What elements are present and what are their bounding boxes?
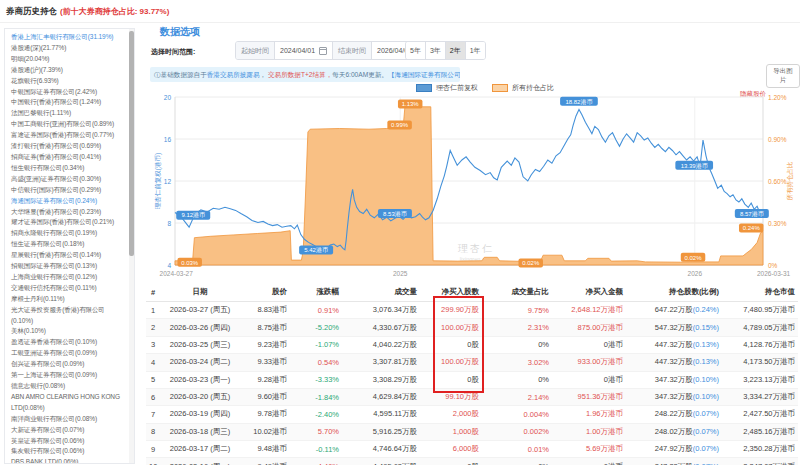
svg-text:0.02%: 0.02%	[522, 260, 540, 266]
svg-text:2026-03-31: 2026-03-31	[757, 270, 791, 277]
table-cell: 347.32万股(0.10%)	[626, 371, 722, 388]
broker-item[interactable]: 渣打银行(香港)有限公司(0.69%)	[11, 141, 125, 152]
calendar-icon[interactable]	[319, 47, 327, 55]
broker-item[interactable]: 英皇证券有限公司(0.06%)	[11, 436, 125, 447]
broker-item[interactable]: 上海商业银行有限公司(0.12%)	[11, 272, 125, 283]
broker-item[interactable]: 招商永隆银行有限公司(0.19%)	[11, 228, 125, 239]
table-row[interactable]: 62026-03-20 (周五)9.60港币-1.84%4,629.84万股99…	[146, 388, 798, 405]
broker-item[interactable]: 星展银行(香港)有限公司(0.14%)	[11, 250, 125, 261]
broker-item[interactable]: 高盛(亚洲)证券有限公司(0.30%)	[11, 174, 125, 185]
broker-item[interactable]: 招银国际证券有限公司(0.13%)	[11, 261, 125, 272]
table-cell: 2,485.16万港币	[722, 423, 798, 440]
broker-item[interactable]: 工银亚洲证券有限公司(0.09%)	[11, 348, 125, 359]
svg-text:9.12港币: 9.12港币	[181, 212, 205, 219]
start-time-label: 起始时间	[236, 42, 275, 59]
table-cell: 2.31%	[482, 319, 552, 336]
table-row[interactable]: 82026-03-18 (周三)10.02港币5.70%5,916.25万股1,…	[146, 423, 798, 440]
broker-item[interactable]: 创兴证券有限公司(0.09%)	[11, 359, 125, 370]
broker-item[interactable]: 摩根士丹利(0.11%)	[11, 294, 125, 305]
table-cell: 0股	[420, 371, 482, 388]
holding-area-series	[175, 107, 763, 265]
broker-item[interactable]: 耀才证券国际(香港)有限公司(0.21%)	[11, 217, 125, 228]
table-cell: 0.01%	[482, 441, 552, 458]
table-cell: 7,480.95万港币	[722, 302, 798, 319]
broker-item[interactable]: 集友银行有限公司(0.06%)	[11, 446, 125, 457]
table-cell: 2026-03-19 (周四)	[160, 406, 240, 423]
broker-item[interactable]: 中信银行(国际)有限公司(0.29%)	[11, 185, 125, 196]
broker-item[interactable]: 香港上海汇丰银行有限公司(31.19%)	[11, 32, 125, 43]
broker-item[interactable]: 中银国际证券有限公司(2.42%)	[11, 87, 125, 98]
svg-text:8.57港币: 8.57港币	[740, 211, 764, 218]
svg-text:16: 16	[164, 136, 172, 143]
table-row[interactable]: 12026-03-27 (周五)8.83港币0.91%3,076.34万股299…	[146, 302, 798, 319]
table-cell: 4,330.67万股	[342, 319, 420, 336]
broker-item[interactable]: 美林(0.10%)	[11, 326, 125, 337]
year-button-5年[interactable]: 5年	[406, 42, 425, 59]
holdings-price-chart: 201.20%160.90%120.60%80.30%40%理杏仁lixingr…	[140, 90, 800, 285]
table-cell: 4,040.22万股	[342, 336, 420, 353]
hkex-disclosure-link[interactable]: 香港交易所披露易	[207, 71, 260, 78]
table-cell: 4	[146, 354, 160, 371]
broker-item[interactable]: 法国巴黎银行(1.11%)	[11, 108, 125, 119]
broker-item[interactable]: ABN AMRO CLEARING HONG KONG LTD(0.08%)	[11, 392, 125, 414]
end-time-label: 结束时间	[332, 42, 372, 59]
table-cell: 3.02%	[482, 354, 552, 371]
broker-item[interactable]: 中国银行(香港)有限公司(1.24%)	[11, 97, 125, 108]
table-row[interactable]: 92026-03-17 (周二)9.48港币-0.11%4,746.64万股6,…	[146, 441, 798, 458]
table-cell: 3,334.27万港币	[722, 388, 798, 405]
svg-text:0.24%: 0.24%	[743, 225, 761, 231]
broker-item[interactable]: 恒生银行有限公司(0.34%)	[11, 163, 125, 174]
export-image-button[interactable]: 导出图片	[766, 64, 800, 88]
year-button-1年[interactable]: 1年	[465, 42, 485, 59]
table-cell: 2026-03-25 (周三)	[160, 336, 240, 353]
table-row[interactable]: 72026-03-19 (周四)9.78港币-2.40%4,595.11万股2,…	[146, 406, 798, 423]
time-range-label: 选择时间范围:	[151, 47, 195, 57]
broker-item[interactable]: 第一上海证券有限公司(0.09%)	[11, 370, 125, 381]
year-button-3年[interactable]: 3年	[425, 42, 445, 59]
table-cell: 0.002%	[482, 423, 552, 440]
broker-item[interactable]: 港股通(深)(21.77%)	[11, 43, 125, 54]
broker-item[interactable]: 光大证券投资服务(香港)有限公司(0.10%)	[11, 305, 125, 327]
table-cell: 248.22万股(0.07%)	[626, 406, 722, 423]
notice-prefix: ⓘ基础数据源自于	[154, 71, 207, 78]
table-row[interactable]: 102026-03-16 (周一)9.49港币4.40%4,495.63万股0股…	[146, 458, 798, 465]
broker-item[interactable]: 明细(20.04%)	[11, 54, 125, 65]
broker-item[interactable]: 盈透证券香港有限公司(0.10%)	[11, 337, 125, 348]
broker-item[interactable]: 大华继显(香港)有限公司(0.23%)	[11, 207, 125, 218]
broker-item[interactable]: 花旗银行(6.93%)	[11, 76, 125, 87]
broker-item[interactable]: 德意志银行(0.08%)	[11, 381, 125, 392]
year-button-2年[interactable]: 2年	[445, 42, 465, 59]
broker-item[interactable]: 海通国际证券有限公司(0.24%)	[11, 196, 125, 207]
broker-item[interactable]: 港股通(沪)(7.39%)	[11, 65, 125, 76]
table-row[interactable]: 32026-03-25 (周三)9.23港币-1.07%4,040.22万股0股…	[146, 336, 798, 353]
y-right-axis-title: 所有持仓占比	[786, 161, 794, 201]
table-cell: 9.28港币	[240, 371, 290, 388]
broker-item[interactable]: 交通银行信托有限公司(0.11%)	[11, 283, 125, 294]
column-header: 持仓股数(比例)	[626, 283, 722, 302]
table-row[interactable]: 52026-03-23 (周一)9.28港币-3.33%3,308.29万股0股…	[146, 371, 798, 388]
table-cell: 647.22万股(0.24%)	[626, 302, 722, 319]
notice-warning: 交易所数据T+2结算，	[268, 71, 332, 78]
table-row[interactable]: 22026-03-26 (周四)8.75港币-5.20%4,330.67万股10…	[146, 319, 798, 336]
table-cell: 100.00万股	[420, 354, 482, 371]
table-cell: 9.33港币	[240, 354, 290, 371]
svg-text:4: 4	[167, 262, 171, 269]
broker-item[interactable]: 大新证券有限公司(0.07%)	[11, 425, 125, 436]
table-cell: 0.54%	[290, 354, 342, 371]
broker-item[interactable]: 恒生证券有限公司(0.18%)	[11, 239, 125, 250]
svg-text:0.30%: 0.30%	[768, 220, 787, 227]
table-row[interactable]: 42026-03-24 (周二)9.33港币0.54%3,307.81万股100…	[146, 354, 798, 371]
broker-item[interactable]: 中国工商银行(亚洲)有限公司(0.89%)	[11, 119, 125, 130]
table-cell: 8.83港币	[240, 302, 290, 319]
broker-item[interactable]: 招商证券(香港)有限公司(0.41%)	[11, 152, 125, 163]
broker-item[interactable]: 南洋商业银行有限公司(0.08%)	[11, 414, 125, 425]
sidebar-scrollbar-thumb[interactable]	[129, 31, 134, 256]
table-cell: 9.49港币	[240, 458, 290, 465]
table-cell: 4,746.64万股	[342, 441, 420, 458]
notice-update: 每天6:00AM更新。	[332, 71, 388, 78]
start-date-input[interactable]: 2024/04/01	[275, 42, 332, 59]
broker-item[interactable]: DBS BANK LTD(0.06%)	[11, 457, 125, 464]
broker-item[interactable]: 富途证券国际(香港)有限公司(0.77%)	[11, 130, 125, 141]
broker-detail-link[interactable]: 【海通国际证券有限公司持仓详情】	[388, 71, 460, 78]
holdings-history-table: #日期股价涨跌幅成交量净买入股数成交量占比净买入金额持仓股数(比例)持仓市值 1…	[146, 283, 798, 465]
